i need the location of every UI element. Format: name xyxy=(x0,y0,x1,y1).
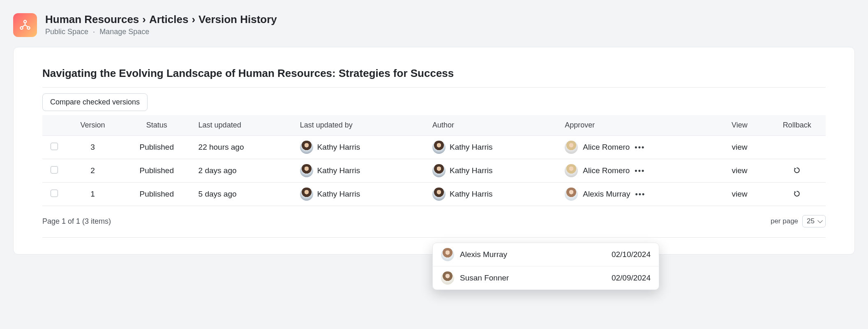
avatar xyxy=(565,188,578,201)
version-cell: 3 xyxy=(66,136,119,159)
version-cell: 2 xyxy=(66,159,119,183)
col-last-updated-by[interactable]: Last updated by xyxy=(296,115,428,136)
avatar xyxy=(300,141,313,154)
svg-point-1 xyxy=(20,27,23,29)
avatar xyxy=(432,164,446,177)
more-approvers-icon[interactable]: ••• xyxy=(635,143,645,152)
avatar xyxy=(441,248,454,261)
breadcrumb-page: Version History xyxy=(199,13,277,26)
col-author[interactable]: Author xyxy=(428,115,561,136)
author-name[interactable]: Kathy Harris xyxy=(450,166,493,175)
view-link[interactable]: view xyxy=(732,166,747,175)
author-name[interactable]: Kathy Harris xyxy=(450,143,493,152)
svg-point-2 xyxy=(27,27,30,29)
approver-name[interactable]: Alice Romero xyxy=(583,143,630,152)
row-checkbox[interactable] xyxy=(51,166,58,174)
col-status[interactable]: Status xyxy=(119,115,194,136)
author-name[interactable]: Kathy Harris xyxy=(450,190,493,199)
chevron-right-icon: › xyxy=(192,13,195,26)
subheader: Public Space · Manage Space xyxy=(45,28,277,36)
status-cell: Published xyxy=(119,183,194,206)
article-title: Navigating the Evolving Landscape of Hum… xyxy=(42,67,826,80)
more-approvers-icon[interactable]: ••• xyxy=(635,167,645,175)
rollback-icon[interactable] xyxy=(792,165,802,175)
divider xyxy=(42,87,826,88)
popover-date: 02/10/2024 xyxy=(612,250,651,259)
rollback-icon[interactable] xyxy=(792,189,802,199)
approver-name[interactable]: Alice Romero xyxy=(583,166,630,175)
versions-table: Version Status Last updated Last updated… xyxy=(42,115,826,206)
avatar xyxy=(300,188,313,201)
col-last-updated[interactable]: Last updated xyxy=(194,115,296,136)
view-link[interactable]: view xyxy=(732,190,747,198)
table-row: 3Published22 hours agoKathy HarrisKathy … xyxy=(42,136,826,159)
space-visibility: Public Space xyxy=(45,28,88,36)
popover-name: Alexis Murray xyxy=(460,250,507,259)
last-updated-cell: 2 days ago xyxy=(194,159,296,183)
col-approver[interactable]: Approver xyxy=(561,115,711,136)
status-cell: Published xyxy=(119,159,194,183)
col-view: View xyxy=(711,115,769,136)
breadcrumb-space[interactable]: Human Resources xyxy=(45,13,139,26)
breadcrumb: Human Resources › Articles › Version His… xyxy=(45,13,277,26)
approver-popover: Alexis Murray02/10/2024Susan Fonner02/09… xyxy=(432,243,659,290)
last-updated-by-name[interactable]: Kathy Harris xyxy=(317,143,360,152)
avatar xyxy=(565,164,578,177)
avatar xyxy=(441,271,454,285)
last-updated-by-name[interactable]: Kathy Harris xyxy=(317,190,360,199)
col-checkbox xyxy=(42,115,66,136)
table-row: 1Published5 days agoKathy HarrisKathy Ha… xyxy=(42,183,826,206)
manage-space-link[interactable]: Manage Space xyxy=(99,28,149,36)
compare-button[interactable]: Compare checked versions xyxy=(42,93,148,111)
popover-name: Susan Fonner xyxy=(460,273,509,283)
avatar xyxy=(432,141,446,154)
popover-date: 02/09/2024 xyxy=(612,273,651,283)
col-rollback: Rollback xyxy=(768,115,826,136)
row-checkbox[interactable] xyxy=(51,190,58,197)
breadcrumb-section[interactable]: Articles xyxy=(149,13,188,26)
per-page-label: per page xyxy=(771,217,798,225)
popover-row[interactable]: Alexis Murray02/10/2024 xyxy=(433,243,659,266)
popover-row[interactable]: Susan Fonner02/09/2024 xyxy=(433,266,659,290)
status-cell: Published xyxy=(119,136,194,159)
avatar xyxy=(300,164,313,177)
last-updated-cell: 5 days ago xyxy=(194,183,296,206)
last-updated-cell: 22 hours ago xyxy=(194,136,296,159)
avatar xyxy=(565,141,578,154)
space-icon xyxy=(13,13,37,37)
last-updated-by-name[interactable]: Kathy Harris xyxy=(317,166,360,175)
approver-name[interactable]: Alexis Murray xyxy=(583,190,630,199)
version-cell: 1 xyxy=(66,183,119,206)
chevron-right-icon: › xyxy=(142,13,146,26)
more-approvers-icon[interactable]: ••• xyxy=(635,190,645,199)
table-row: 2Published2 days agoKathy HarrisKathy Ha… xyxy=(42,159,826,183)
col-version[interactable]: Version xyxy=(66,115,119,136)
row-checkbox[interactable] xyxy=(51,143,58,150)
pagination-info: Page 1 of 1 (3 items) xyxy=(42,217,111,226)
view-link[interactable]: view xyxy=(732,143,747,151)
avatar xyxy=(432,188,446,201)
per-page-select[interactable]: 25 xyxy=(802,215,826,227)
svg-point-0 xyxy=(24,20,26,23)
